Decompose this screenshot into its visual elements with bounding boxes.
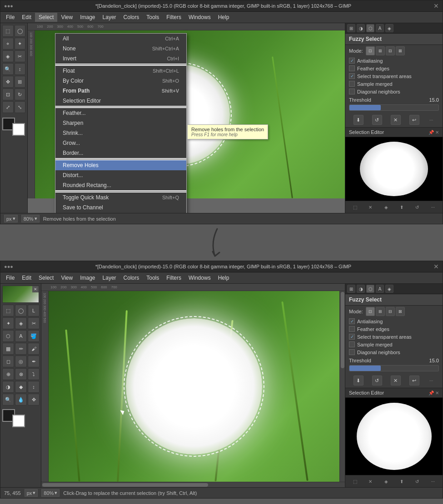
unit-selector-bottom[interactable]: px ▾ [25, 489, 38, 497]
sel2-icon-1[interactable]: ⬚ [351, 477, 359, 485]
thumb-close[interactable]: ✕ [32, 286, 39, 292]
sel-icon-2[interactable]: ✕ [366, 203, 374, 211]
action-delete[interactable]: ✕ [391, 115, 401, 125]
action2-reset[interactable]: ↩ [409, 376, 419, 385]
threshold-slider-top[interactable] [349, 104, 439, 111]
cb2-sample-merged[interactable] [349, 341, 355, 347]
action-refresh[interactable]: ↺ [372, 115, 382, 125]
tool2-clone[interactable]: ⊗ [15, 368, 27, 380]
panel-icon-undo[interactable]: ◈ [385, 24, 393, 32]
mode-intersect[interactable]: ⊠ [396, 46, 405, 55]
mode2-intersect[interactable]: ⊠ [396, 307, 405, 316]
menu-item-distort[interactable]: Distort... [55, 170, 186, 180]
menu-item-from-path[interactable]: From Path Shift+V [55, 86, 186, 96]
sel2-icon-3[interactable]: ◈ [382, 477, 390, 485]
cb-sample-merged[interactable] [349, 81, 355, 87]
panel2-icon-3[interactable]: ⬡ [366, 285, 374, 293]
img-preview-thumb-bottom[interactable]: ✕ [2, 286, 39, 303]
menu-item-feather[interactable]: Feather... [55, 108, 186, 118]
cb2-antialiasing[interactable] [349, 318, 355, 324]
menu-item-save-to-channel[interactable]: Save to Channel [55, 203, 186, 212]
select-dropdown-menu[interactable]: All Ctrl+A None Shift+Ctrl+A Invert Ctrl… [55, 33, 187, 213]
menu-select[interactable]: Select [35, 13, 57, 22]
tool-move[interactable]: ✥ [2, 76, 14, 88]
tool2-fuzzy[interactable]: ✦ [2, 317, 14, 329]
cb2-feather[interactable] [349, 326, 355, 332]
sel-editor-close-bottom[interactable]: ✕ [435, 390, 439, 395]
canvas-image-bottom[interactable] [49, 291, 339, 482]
mode2-subtract[interactable]: ⊟ [386, 307, 395, 316]
sel-editor-pin[interactable]: 📌 [428, 130, 434, 135]
menu-windows[interactable]: Windows [185, 13, 214, 22]
menu2-tools[interactable]: Tools [143, 273, 163, 282]
menu-item-remove-holes[interactable]: Remove Holes [55, 160, 186, 170]
tool2-sharpen2[interactable]: ◆ [15, 381, 27, 393]
tool2-airbrush[interactable]: ◎ [15, 356, 27, 367]
menu-item-sharpen[interactable]: Sharpen [55, 118, 186, 128]
tool2-brush[interactable]: 🖌 [28, 343, 40, 355]
v-scrollbar-bottom[interactable] [339, 291, 345, 482]
more-button-top[interactable]: ··· [428, 116, 434, 124]
menu-item-shrink[interactable]: Shrink... [55, 128, 186, 138]
tool2-text[interactable]: A [15, 330, 27, 342]
menu-help[interactable]: Help [214, 13, 233, 22]
mode2-replace[interactable]: ⊡ [366, 307, 375, 316]
tool2-scissors2[interactable]: ✂ [28, 317, 40, 329]
bg-color-bottom[interactable] [12, 415, 25, 427]
panel2-icon-4[interactable]: A [376, 285, 384, 293]
h-scrollbar-bottom[interactable] [41, 482, 345, 487]
tool-by-color[interactable]: ◈ [2, 50, 14, 62]
panel2-icon-2[interactable]: ◑ [357, 285, 365, 293]
action2-refresh[interactable]: ↺ [372, 376, 382, 385]
tool2-colorpicker[interactable]: 💧 [15, 394, 27, 405]
cb2-diagonal[interactable] [349, 349, 355, 355]
v-scrollbar-thumb-bottom[interactable] [341, 292, 344, 368]
cb-diagonal[interactable] [349, 89, 355, 94]
zoom-selector-bottom[interactable]: 80% ▾ [41, 489, 60, 497]
mode-replace[interactable]: ⊡ [366, 46, 375, 55]
mode-subtract[interactable]: ⊟ [386, 46, 395, 55]
menu-item-none[interactable]: None Shift+Ctrl+A [55, 44, 186, 54]
panel-icon-paths[interactable]: ⬡ [366, 24, 374, 32]
menu-item-all[interactable]: All Ctrl+A [55, 34, 186, 44]
tool-scale[interactable]: ⤢ [2, 101, 14, 113]
tool2-rect[interactable]: ⬚ [2, 305, 14, 316]
action-reset[interactable]: ↩ [409, 115, 419, 125]
mode2-add[interactable]: ⊞ [376, 307, 385, 316]
tool2-paths[interactable]: ⬡ [2, 330, 14, 342]
threshold-slider-bottom[interactable] [349, 365, 439, 371]
tool-align[interactable]: ⊞ [15, 76, 26, 88]
cb2-transparent[interactable] [349, 334, 355, 340]
tool2-lasso[interactable]: L [28, 305, 40, 316]
zoom-selector-top[interactable]: 80% ▾ [21, 215, 40, 222]
bg-color-swatch[interactable] [12, 123, 25, 136]
unit-selector-top[interactable]: px ▾ [4, 215, 18, 222]
tool-scissors[interactable]: ✂ [15, 50, 26, 62]
menu2-windows[interactable]: Windows [185, 273, 214, 282]
tool2-smudge[interactable]: ⤵ [28, 368, 40, 380]
menu-item-to-path[interactable]: To Path [55, 212, 186, 213]
h-scrollbar-thumb-bottom[interactable] [42, 483, 208, 487]
menu-colors[interactable]: Colors [120, 13, 143, 22]
more-button-bottom[interactable]: ··· [428, 377, 434, 385]
menu-image[interactable]: Image [76, 13, 99, 22]
panel-icon-layers[interactable]: ⊞ [347, 24, 355, 32]
menu-view[interactable]: View [57, 13, 76, 22]
menu-layer[interactable]: Layer [99, 13, 120, 22]
sel2-icon-6[interactable]: ··· [429, 477, 437, 485]
menu2-filters[interactable]: Filters [163, 273, 185, 282]
menu-edit[interactable]: Edit [18, 13, 35, 22]
sel-editor-close[interactable]: ✕ [435, 130, 439, 135]
menu-item-toggle-quick-mask[interactable]: Toggle Quick Mask Shift+Q [55, 193, 186, 203]
sel-icon-6[interactable]: ··· [429, 203, 437, 211]
menu-tools[interactable]: Tools [143, 13, 163, 22]
menu-item-border[interactable]: Border... [55, 148, 186, 158]
tool2-eraser[interactable]: ◻ [2, 356, 14, 367]
tool2-pencil[interactable]: ✏ [15, 343, 27, 355]
sel-editor-pin-bottom[interactable]: 📌 [428, 390, 434, 395]
sel-icon-3[interactable]: ◈ [382, 203, 390, 211]
tool2-zoom2[interactable]: 🔍 [2, 394, 14, 405]
cb-antialiasing[interactable] [349, 58, 355, 64]
tool2-dodge[interactable]: ◑ [2, 381, 14, 393]
tool-ellipse-select[interactable]: ◯ [15, 25, 26, 37]
